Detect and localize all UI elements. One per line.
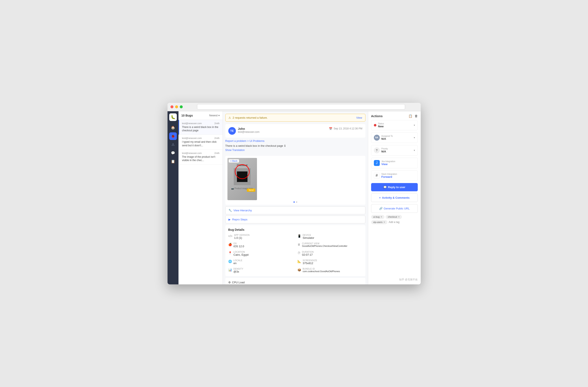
slack-integration-card: # Slack Integration Forward — [371, 170, 418, 181]
bug-list-header: 10 Bugs Newest ▾ — [178, 111, 223, 120]
tag-remove-icon[interactable]: ✕ — [383, 221, 385, 224]
bug-details-section: Bug Details </> APP VERSION 1.0 (1) 📱 DE… — [225, 225, 365, 276]
device-icon: 📱 — [297, 234, 301, 238]
generate-public-url-button[interactable]: 🔗 Generate Public URL — [371, 204, 418, 213]
add-tag-button[interactable]: Add a tag — [389, 221, 399, 224]
activity-comments-button[interactable]: ≡ Activity & Comments — [371, 193, 418, 202]
activity-icon: ≡ — [379, 196, 381, 199]
action-buttons: 🔧 View Hierarchy ▶ Repro Steps — [225, 206, 365, 223]
priority-field: ? Priority N/A ▾ — [371, 145, 418, 156]
alert-bar: ⚠ 2 requests returned a failure. View — [225, 114, 365, 122]
detail-bundle-id: 📦 BUNDLE ID com.codeschool.GoodAsOldPhon… — [297, 268, 362, 273]
delete-icon[interactable]: 🗑 — [415, 114, 418, 118]
close-button[interactable] — [170, 105, 173, 108]
bug-details-grid: </> APP VERSION 1.0 (1) 📱 DEVICE Simulat… — [228, 234, 362, 273]
user-email: test@newuser.com — [238, 131, 259, 134]
info-icon: ℹ — [284, 144, 285, 147]
watermark: 知乎 @无辣不欢 — [371, 278, 418, 281]
sidebar-item-alerts[interactable]: ⚠ — [169, 141, 177, 148]
url-bar[interactable] — [197, 104, 405, 110]
detail-screensize: 📐 SCREENSIZE 375x812 — [297, 259, 362, 265]
detail-density: 📊 DENSITY @3x — [228, 268, 293, 273]
priority-icon: ? — [374, 147, 380, 153]
apple-icon: 🍎 — [228, 243, 232, 246]
screenshot-nav-dot[interactable] — [296, 202, 297, 203]
back-button[interactable]: < Back — [229, 159, 239, 162]
sidebar-item-home[interactable]: 🏠 — [169, 124, 177, 132]
bundle-icon: 📦 — [297, 268, 301, 272]
right-panel-title: Actions 📋 🗑 — [371, 114, 418, 118]
right-panel: Actions 📋 🗑 Status New ▾ — [368, 111, 421, 284]
report-date: Sep 13, 2018 4:12:36 PM — [334, 127, 362, 130]
screen-icon: 🖥 — [297, 243, 300, 246]
density-icon: 📊 — [228, 268, 232, 272]
show-translation-link[interactable]: Show Translation — [225, 149, 365, 152]
tag-vip-users: vip-users ✕ — [371, 220, 388, 224]
cpu-chart: ⚙ CPU Load 08:50 20.9% — [228, 281, 362, 284]
sidebar-logo: 🐛 — [169, 113, 177, 121]
sidebar: 🐛 🏠 🐞 ⚠ 💬 📋 — [168, 111, 178, 284]
cpu-icon: ⚙ — [228, 281, 231, 284]
charts-section: ⚙ CPU Load 08:50 20.9% — [225, 278, 365, 284]
status-dot — [374, 124, 376, 126]
detail-duration: ⏱ DURATION 02:07:17 — [297, 251, 362, 256]
bug-list-item[interactable]: test@newuser.com 2mth I typed my email a… — [178, 135, 223, 150]
location-icon: 📍 — [228, 251, 232, 255]
bug-list-sort[interactable]: Newest ▾ — [209, 114, 219, 117]
repro-steps-button[interactable]: ▶ Repro Steps — [225, 216, 365, 223]
slack-logo: # — [374, 173, 380, 179]
report-header: TE John test@newuser.com 📅 Sep 13, 2018 … — [225, 124, 365, 138]
view-hierarchy-button[interactable]: 🔧 View Hierarchy — [225, 206, 365, 214]
duration-icon: ⏱ — [297, 251, 300, 255]
sidebar-item-chat[interactable]: 💬 — [169, 149, 177, 157]
detail-device: 📱 DEVICE Simulator — [297, 234, 362, 239]
status-field: Status New ▾ — [371, 120, 418, 130]
assigned-avatar: NA — [374, 135, 380, 141]
calendar-icon: 📅 — [329, 127, 332, 130]
breadcrumb[interactable]: Report a problem > Ui Problems — [225, 139, 365, 142]
tags-area: ui-bug ✕ checkout ✕ vip-users ✕ Add a ta… — [371, 215, 418, 224]
maximize-button[interactable] — [180, 105, 183, 108]
code-icon: </> — [228, 234, 232, 238]
screensize-icon: 📐 — [297, 260, 301, 263]
bug-list-title: 10 Bugs — [181, 114, 193, 117]
detail-location: 📍 LOCATION Cairo, Egypt — [228, 251, 293, 256]
chevron-down-icon[interactable]: ▾ — [414, 149, 415, 152]
link-icon: 🔗 — [379, 207, 382, 210]
detail-current-view: 🖥 CURRENT VIEW GoodAsOldPhones.CheckoutV… — [297, 242, 362, 248]
screenshot-nav-dot[interactable] — [294, 202, 295, 203]
copy-icon[interactable]: 📋 — [408, 114, 413, 118]
chevron-down-icon[interactable]: ▾ — [414, 124, 415, 127]
slack-action-link[interactable]: Forward — [381, 175, 397, 178]
bug-details-title: Bug Details — [228, 228, 362, 231]
sidebar-item-bugs[interactable]: 🐞 — [169, 132, 177, 140]
bug-list-item[interactable]: test@newuser.com 2mth There is a weird b… — [178, 120, 223, 135]
locale-icon: 🌐 — [228, 260, 232, 263]
bug-list-item[interactable]: test@newuser.com 2mth The image of the p… — [178, 150, 223, 165]
screenshot-image[interactable]: 📷 Product image area < Back Checkout Sen… — [228, 158, 257, 200]
detail-app-version: </> APP VERSION 1.0 (1) — [228, 234, 293, 239]
user-avatar: TE — [228, 127, 236, 135]
checkout-label: Checkout — [237, 164, 247, 166]
chevron-down-icon[interactable]: ▾ — [414, 136, 415, 139]
bug-list-panel: 10 Bugs Newest ▾ test@newuser.com 2mth T… — [178, 111, 223, 284]
sidebar-item-reports[interactable]: 📋 — [169, 158, 177, 165]
detail-locale: 🌐 LOCALE en — [228, 259, 293, 265]
tag-checkout: checkout ✕ — [386, 215, 402, 219]
jira-action-link[interactable]: View — [381, 162, 395, 166]
alert-view-link[interactable]: View — [356, 116, 362, 119]
repro-icon: ▶ — [229, 218, 231, 221]
tag-ui-bug: ui-bug ✕ — [371, 215, 385, 219]
assigned-to-field: NA Assigned To N/A ▾ — [371, 132, 418, 143]
reply-to-user-button[interactable]: 💬 Reply to user — [371, 183, 418, 191]
black-box — [237, 171, 248, 182]
jira-logo: J — [374, 160, 380, 166]
warning-icon: ⚠ — [229, 116, 231, 119]
send-button[interactable]: Send — [247, 188, 255, 192]
screenshot-area: 📷 Product image area < Back Checkout Sen… — [225, 156, 365, 205]
tag-remove-icon[interactable]: ✕ — [380, 216, 382, 218]
main-content: ⚠ 2 requests returned a failure. View TE… — [223, 111, 368, 284]
minimize-button[interactable] — [175, 105, 178, 108]
title-bar — [168, 103, 421, 111]
tag-remove-icon[interactable]: ✕ — [398, 216, 400, 218]
